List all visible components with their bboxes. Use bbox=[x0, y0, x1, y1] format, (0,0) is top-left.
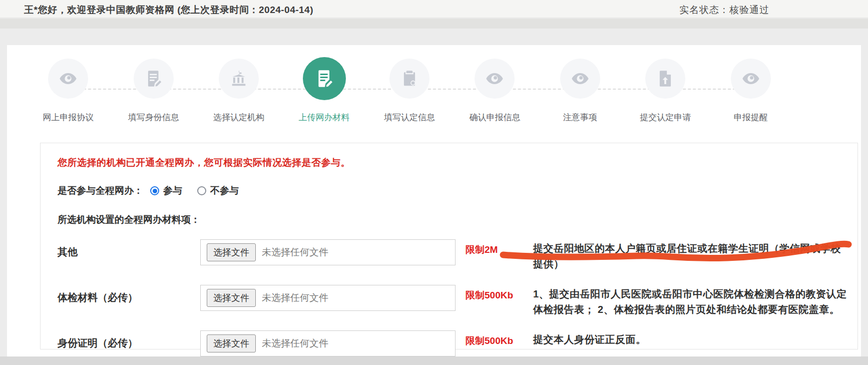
participation-row: 是否参与全程网办： 参与 不参与 bbox=[58, 184, 847, 197]
material-label: 体检材料（必传） bbox=[58, 285, 200, 304]
eye-icon bbox=[560, 59, 600, 99]
full-online-notice: 您所选择的机构已开通全程网办，您可根据实际情况选择是否参与。 bbox=[58, 156, 847, 169]
step-label: 提交认定申请 bbox=[640, 112, 691, 123]
materials-heading: 所选机构设置的全程网办材料项： bbox=[58, 213, 847, 226]
top-bar: 王*您好，欢迎登录中国教师资格网 (您上次登录时间：2024-04-14) 实名… bbox=[0, 0, 868, 18]
step-label: 注意事项 bbox=[563, 112, 597, 123]
eye-icon bbox=[475, 59, 515, 99]
step-confirm-application[interactable]: 确认申报信息 bbox=[452, 56, 537, 123]
file-input[interactable]: 选择文件 未选择任何文件 bbox=[200, 285, 456, 311]
participation-radio-group: 参与 不参与 bbox=[150, 184, 254, 197]
document-edit-icon bbox=[303, 57, 346, 100]
material-row-physical-exam: 体检材料（必传） 选择文件 未选择任何文件 限制500Kb 1、提交由岳阳市人民… bbox=[58, 285, 847, 317]
step-recognition-info[interactable]: 填写认定信息 bbox=[367, 56, 452, 123]
step-label: 填写认定信息 bbox=[384, 112, 435, 123]
clipboard-check-icon bbox=[389, 59, 429, 99]
radio-option-not-join[interactable]: 不参与 bbox=[197, 184, 239, 197]
radio-label-not-join: 不参与 bbox=[210, 184, 239, 197]
radio-label-join: 参与 bbox=[163, 184, 182, 197]
eye-icon bbox=[731, 59, 771, 99]
main-content-card: 网上申报协议 填写身份信息 选择认定机构 上传网办材料 bbox=[7, 45, 861, 356]
file-input[interactable]: 选择文件 未选择任何文件 bbox=[200, 330, 456, 356]
size-limit: 限制500Kb bbox=[466, 285, 516, 303]
size-limit: 限制2M bbox=[466, 239, 516, 257]
document-edit-icon bbox=[134, 59, 174, 99]
material-row-other: 其他 选择文件 未选择任何文件 限制2M 提交岳阳地区的本人户籍页或居住证或在籍… bbox=[58, 239, 847, 272]
step-application-reminder[interactable]: 申报提醒 bbox=[708, 56, 793, 123]
material-row-identity-proof: 身份证明（必传） 选择文件 未选择任何文件 限制500Kb 提交本人身份证正反面… bbox=[58, 330, 847, 356]
radio-selected-icon[interactable] bbox=[150, 186, 159, 195]
size-limit: 限制500Kb bbox=[466, 330, 516, 348]
material-description: 提交本人身份证正反面。 bbox=[533, 330, 847, 347]
upload-materials-panel: 您所选择的机构已开通全程网办，您可根据实际情况选择是否参与。 是否参与全程网办：… bbox=[40, 143, 858, 349]
bank-icon bbox=[219, 59, 259, 99]
radio-unselected-icon[interactable] bbox=[197, 186, 206, 195]
progress-stepper: 网上申报协议 填写身份信息 选择认定机构 上传网办材料 bbox=[26, 56, 793, 131]
choose-file-button[interactable]: 选择文件 bbox=[207, 243, 256, 261]
eye-icon bbox=[48, 59, 88, 99]
choose-file-button[interactable]: 选择文件 bbox=[207, 289, 256, 307]
material-description: 1、提交由岳阳市人民医院或岳阳市中心医院体检检测合格的教资认定体检报告表； 2、… bbox=[533, 285, 847, 317]
step-label: 网上申报协议 bbox=[43, 112, 94, 123]
file-upload-icon bbox=[645, 59, 685, 99]
step-submit-application[interactable]: 提交认定申请 bbox=[623, 56, 708, 123]
step-online-agreement[interactable]: 网上申报协议 bbox=[26, 56, 111, 123]
file-placeholder-text: 未选择任何文件 bbox=[262, 291, 328, 304]
material-label: 身份证明（必传） bbox=[58, 330, 200, 350]
step-label: 上传网办材料 bbox=[299, 112, 350, 123]
file-placeholder-text: 未选择任何文件 bbox=[262, 246, 328, 259]
header-divider-band bbox=[0, 19, 868, 29]
file-input[interactable]: 选择文件 未选择任何文件 bbox=[200, 239, 456, 265]
participation-label: 是否参与全程网办： bbox=[58, 184, 143, 197]
realname-status: 实名状态：核验通过 bbox=[679, 4, 769, 17]
welcome-message: 王*您好，欢迎登录中国教师资格网 (您上次登录时间：2024-04-14) bbox=[24, 4, 313, 17]
page-bottom-band bbox=[0, 356, 868, 365]
file-placeholder-text: 未选择任何文件 bbox=[262, 337, 328, 350]
step-notes[interactable]: 注意事项 bbox=[538, 56, 623, 123]
material-label: 其他 bbox=[58, 239, 200, 259]
step-select-institution[interactable]: 选择认定机构 bbox=[196, 56, 281, 123]
material-description: 提交岳阳地区的本人户籍页或居住证或在籍学生证明（学信网或学校提供） bbox=[533, 239, 847, 272]
radio-option-join[interactable]: 参与 bbox=[150, 184, 182, 197]
step-identity-info[interactable]: 填写身份信息 bbox=[111, 56, 196, 123]
step-upload-materials[interactable]: 上传网办材料 bbox=[281, 56, 366, 123]
step-label: 填写身份信息 bbox=[128, 112, 179, 123]
step-label: 选择认定机构 bbox=[213, 112, 264, 123]
step-label: 确认申报信息 bbox=[469, 112, 520, 123]
step-label: 申报提醒 bbox=[734, 112, 768, 123]
choose-file-button[interactable]: 选择文件 bbox=[207, 334, 256, 352]
